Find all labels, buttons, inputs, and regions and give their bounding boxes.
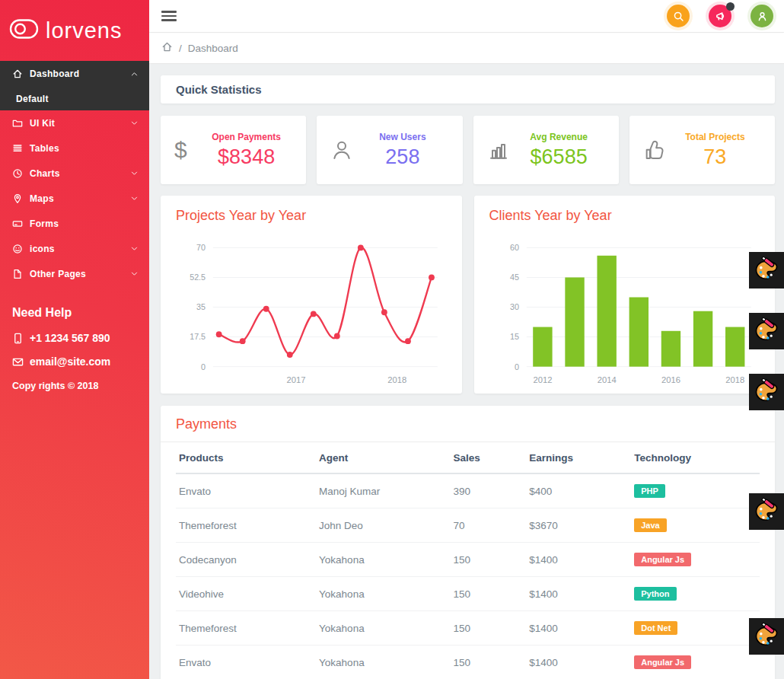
y-axis-tick: 15: [510, 332, 519, 341]
search-button[interactable]: [667, 5, 690, 27]
stat-cards-row: $Open Payments$8348New Users258Avg Reven…: [161, 116, 775, 184]
payments-table: ProductsAgentSalesEarningsTechnology Env…: [176, 442, 760, 679]
help-phone-number: +1 1234 567 890: [30, 332, 110, 344]
home-icon[interactable]: [161, 41, 173, 55]
bar-2015: [629, 298, 648, 367]
bar-chart-svg: 0153045602012201420162018: [489, 228, 760, 386]
column-header-technology: Technology: [631, 442, 760, 473]
y-axis-tick: 60: [510, 243, 519, 252]
topbar-actions: [667, 5, 773, 27]
cell-sales: 150: [450, 543, 526, 577]
cell-agent: Manoj Kumar: [316, 473, 450, 508]
logo-text: lorvens: [46, 18, 123, 43]
sidebar-nav: DashboardDefaultUI KitTablesChartsMapsFo…: [0, 61, 149, 286]
theme-palette-button[interactable]: [749, 618, 784, 655]
bar-2014: [597, 256, 616, 367]
topbar: [149, 0, 784, 32]
cell-product: Codecanyon: [176, 543, 316, 577]
sidebar-item-charts[interactable]: Charts: [0, 161, 149, 186]
clients-chart-title: Clients Year by Year: [489, 208, 760, 224]
form-input-icon: [12, 218, 23, 229]
table-icon: [12, 143, 23, 154]
cell-product: Envato: [176, 646, 316, 679]
table-row: ThemeforestJohn Deo70$3670Java: [176, 508, 760, 543]
cell-earnings: $1400: [526, 611, 631, 646]
app-logo[interactable]: lorvens: [0, 0, 149, 61]
technology-badge: Angular Js: [634, 553, 691, 566]
x-axis-tick: 2012: [533, 375, 552, 384]
cell-agent: Yokahona: [316, 646, 450, 679]
cell-earnings: $1400: [526, 646, 631, 679]
sidebar-item-label: Other Pages: [30, 269, 130, 279]
copyright-text: Copy rights © 2018: [12, 381, 149, 391]
help-email[interactable]: email@site.com: [12, 355, 149, 368]
stat-label: Avg Revenue: [530, 132, 588, 142]
sidebar-item-other-pages[interactable]: Other Pages: [0, 261, 149, 286]
sidebar-item-forms[interactable]: Forms: [0, 211, 149, 236]
chevron-up-icon: [130, 70, 139, 78]
bar-2017: [693, 311, 712, 367]
sidebar-item-label: Charts: [30, 168, 130, 179]
column-header-sales: Sales: [450, 442, 526, 473]
stat-label: Total Projects: [685, 132, 744, 142]
theme-palette-button[interactable]: [749, 374, 784, 410]
need-help-title: Need Help: [12, 306, 149, 320]
theme-palette-button[interactable]: [749, 493, 784, 530]
cell-earnings: $1400: [526, 577, 631, 611]
cell-sales: 390: [450, 473, 526, 508]
clock-icon: [12, 168, 23, 179]
sidebar-item-default[interactable]: Default: [0, 87, 149, 110]
table-row: VideohiveYokahona150$1400Python: [176, 577, 760, 611]
sidebar-item-label: UI Kit: [30, 118, 130, 129]
help-email-address: email@site.com: [30, 355, 110, 368]
cell-product: Themeforest: [176, 611, 316, 646]
folder-icon: [12, 118, 23, 129]
sidebar-item-dashboard[interactable]: Dashboard: [0, 61, 149, 87]
cell-agent: Yokahona: [316, 577, 450, 611]
stat-value: $8348: [218, 145, 275, 169]
need-help-section: Need Help +1 1234 567 890 email@site.com…: [0, 306, 149, 391]
theme-palette-button[interactable]: [749, 252, 784, 288]
table-row: EnvatoYokahona150$1400Angular Js: [176, 646, 760, 679]
sidebar-item-maps[interactable]: Maps: [0, 186, 149, 211]
stat-card-total-projects: Total Projects73: [629, 116, 775, 184]
table-row: ThemeforestYokahona150$1400Dot Net: [176, 611, 760, 646]
dollar-icon: $: [174, 139, 200, 161]
x-axis-tick: 2017: [286, 375, 305, 384]
technology-badge: Dot Net: [634, 621, 677, 635]
quick-statistics-header: Quick Statistics: [161, 75, 775, 104]
cell-agent: John Deo: [316, 508, 450, 543]
payments-table-header-row: ProductsAgentSalesEarningsTechnology: [176, 442, 760, 473]
clients-bar-chart: 0153045602012201420162018: [489, 228, 760, 386]
chevron-down-icon: [130, 244, 139, 253]
stat-value: $6585: [531, 145, 588, 169]
chevron-down-icon: [130, 119, 139, 127]
y-axis-tick: 30: [510, 302, 519, 311]
cell-product: Envato: [176, 473, 316, 508]
sidebar-item-icons[interactable]: icons: [0, 236, 149, 261]
bar-2018: [725, 327, 744, 367]
sidebar-item-label: Default: [16, 94, 139, 104]
profile-button[interactable]: [751, 5, 773, 27]
sidebar-item-label: Dashboard: [30, 69, 130, 79]
announcements-button[interactable]: [709, 5, 731, 27]
palette-icon: [753, 317, 780, 345]
sidebar-item-ui-kit[interactable]: UI Kit: [0, 110, 149, 135]
stat-label: New Users: [379, 132, 425, 142]
sidebar-item-tables[interactable]: Tables: [0, 135, 149, 161]
table-row: EnvatoManoj Kumar390$400PHP: [176, 473, 760, 508]
theme-palette-button[interactable]: [749, 313, 784, 349]
line-chart-svg: 017.53552.57020172018: [176, 228, 447, 386]
mobile-phone-icon: [12, 333, 24, 344]
cell-earnings: $400: [526, 473, 631, 508]
projects-chart-card: Projects Year by Year 017.53552.57020172…: [161, 196, 462, 394]
technology-badge: Java: [634, 518, 666, 532]
y-axis-tick: 0: [515, 362, 519, 371]
home-icon: [12, 69, 23, 79]
technology-badge: Angular Js: [634, 655, 691, 669]
help-phone[interactable]: +1 1234 567 890: [12, 332, 149, 344]
palette-icon: [753, 257, 780, 284]
cell-product: Themeforest: [176, 508, 316, 543]
lorvens-logo-icon: [9, 18, 41, 43]
hamburger-menu-icon[interactable]: [161, 8, 177, 24]
